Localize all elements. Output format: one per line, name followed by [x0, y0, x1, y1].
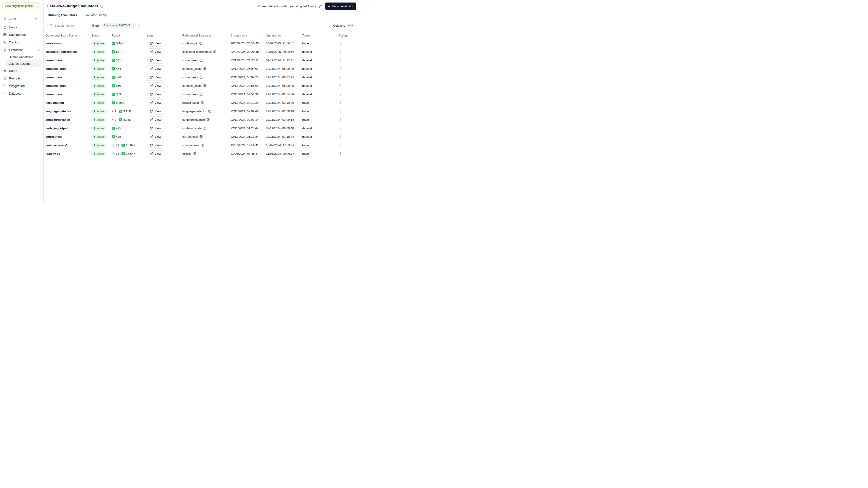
user-circle-icon [213, 50, 217, 54]
row-actions-button[interactable] [339, 134, 343, 139]
tab-running-evaluators[interactable]: Running Evaluators [47, 11, 78, 19]
result-error-badge: ×3 [112, 118, 117, 122]
row-actions-button[interactable] [339, 75, 343, 80]
clear-filters-button[interactable] [136, 23, 142, 28]
updated-at-value: 26/02/2025, 21:50:45 [266, 41, 302, 45]
view-logs-button[interactable]: View [147, 48, 164, 55]
view-logs-button[interactable]: View [147, 57, 164, 64]
result-cell: ×3✓8.94K [112, 118, 147, 122]
check-icon: ✓ [112, 42, 115, 45]
row-actions-button[interactable] [339, 58, 343, 63]
status-label: active [97, 76, 104, 79]
columns-button[interactable]: Columns 9/11 [331, 22, 356, 29]
external-link-icon [150, 50, 153, 53]
row-actions-button[interactable] [339, 108, 343, 114]
view-logs-button[interactable]: View [147, 125, 164, 132]
column-header-logs[interactable]: Logs [147, 34, 182, 37]
filter-chip: Status any of ACTIVE [101, 23, 132, 28]
row-actions-button[interactable] [339, 92, 343, 97]
column-header-referenced-evaluator[interactable]: Referenced Evaluator [182, 34, 230, 37]
result-cell: ×1✓9.15K [112, 109, 147, 113]
row-actions-button[interactable] [339, 126, 343, 131]
view-logs-button[interactable]: View [147, 150, 164, 157]
target-value: dataset [302, 75, 339, 79]
column-header-status[interactable]: Status [91, 34, 112, 37]
demo-project-link[interactable]: demo project [18, 4, 33, 7]
view-logs-button[interactable]: View [147, 142, 164, 149]
sidebar-item-home[interactable]: Home [2, 24, 41, 31]
target-value: dataset [302, 84, 339, 88]
result-count: 23 [116, 152, 119, 155]
row-actions-button[interactable] [339, 151, 343, 156]
row-actions-button[interactable] [339, 83, 343, 88]
status-label: active [97, 59, 104, 62]
updated-at-value: 22/11/2024, 01:18:34 [266, 135, 302, 138]
row-actions-button[interactable] [339, 41, 343, 46]
row-actions-button[interactable] [339, 100, 343, 105]
sidebar-item-datasets[interactable]: Datasets [2, 90, 41, 97]
row-actions-button[interactable] [339, 117, 343, 122]
sidebar-item-prompts[interactable]: Prompts [2, 75, 41, 82]
column-header-result[interactable]: Result [112, 34, 147, 37]
column-header-target[interactable]: Target [302, 34, 339, 37]
tab-bar: Running Evaluators Evaluator Library [43, 11, 360, 19]
external-link-icon [150, 101, 153, 104]
row-actions-button[interactable] [339, 66, 343, 71]
table-row[interactable]: conciseness-v1 active 23✓16.62K View con… [45, 141, 360, 150]
column-header-created-at[interactable]: Created At▼ [230, 34, 266, 37]
sidebar-item-tracing[interactable]: Tracing [2, 39, 41, 46]
kebab-menu-icon [339, 75, 342, 79]
sidebar-item-playground[interactable]: Playground [2, 82, 41, 90]
info-icon[interactable] [100, 5, 103, 8]
goto-button[interactable]: Go to... ⌘ K [2, 16, 41, 22]
view-logs-button[interactable]: View [147, 83, 164, 89]
table-row[interactable]: code_in_output active ✓425 View contains… [45, 124, 360, 132]
table-row[interactable]: correctness active ✓369 View correctness… [45, 90, 360, 98]
table-row[interactable]: hallucination active ✓9.26K View halluci… [45, 98, 360, 107]
table-row[interactable]: correctness active ✓425 View correctness… [45, 132, 360, 141]
view-logs-button[interactable]: View [147, 133, 164, 140]
result-pending-badge: 23 [112, 143, 119, 147]
view-logs-button[interactable]: View [147, 74, 164, 80]
sidebar-item-evaluation[interactable]: Evaluation [2, 46, 41, 54]
view-only-banner: View-onlydemo project [2, 2, 41, 10]
target-value: dataset [302, 59, 339, 62]
sidebar-item-human-annotation[interactable]: Human Annotation [6, 54, 41, 60]
tab-evaluator-library[interactable]: Evaluator Library [83, 11, 107, 19]
result-error-badge: ×1 [112, 109, 117, 113]
setup-evaluator-button[interactable]: + Set up evaluator [325, 2, 356, 10]
referenced-evaluator-name: contains-pii [182, 41, 197, 45]
referenced-evaluator-name: hallucination [182, 101, 199, 104]
table-row[interactable]: contextrelevance active ×3✓8.94K View co… [45, 116, 360, 124]
view-logs-button[interactable]: View [147, 108, 164, 115]
table-row[interactable]: correctness active ✓341 View correctness… [45, 56, 360, 65]
view-logs-button[interactable]: View [147, 117, 164, 123]
search-input[interactable] [47, 22, 86, 29]
view-label: View [155, 118, 161, 122]
row-actions-button[interactable] [339, 142, 343, 148]
status-badge: active [91, 152, 106, 156]
edit-model-button[interactable] [318, 4, 323, 8]
table-row[interactable]: language-detector active ×1✓9.15K View l… [45, 107, 360, 116]
table-row[interactable]: contains_code active ✓369 View contains_… [45, 82, 360, 90]
table-row[interactable]: calculator-correctness active ✓67 View c… [45, 47, 360, 56]
row-actions-button[interactable] [339, 49, 343, 55]
user-circle-icon [200, 101, 204, 104]
table-row[interactable]: toxicity-v2 active 23✓17.64K View toxici… [45, 150, 360, 158]
view-logs-button[interactable]: View [147, 65, 164, 72]
sidebar-item-llm-as-a-judge[interactable]: LLM-as-a-Judge [6, 60, 41, 67]
table-row[interactable]: contains-pii active ✓5.44K View contains… [45, 39, 360, 47]
column-header-updated-at[interactable]: Updated At [266, 34, 302, 37]
table-row[interactable]: correctness active ✓460 View correctness… [45, 73, 360, 82]
column-header-generated-score-name[interactable]: Generated Score Name [45, 34, 91, 37]
view-logs-button[interactable]: View [147, 91, 164, 98]
table-row[interactable]: contains_code active ✓464 View contains_… [45, 65, 360, 73]
view-logs-button[interactable]: View [147, 40, 164, 46]
score-name: correctness [45, 59, 62, 62]
filters-button[interactable]: Filters Status any of ACTIVE [89, 22, 134, 29]
referenced-evaluator-name: correctness [182, 93, 198, 96]
status-dot-icon [94, 60, 95, 61]
view-logs-button[interactable]: View [147, 99, 164, 106]
sidebar-item-dashboards[interactable]: Dashboards [2, 31, 41, 39]
sidebar-item-users[interactable]: Users [2, 67, 41, 75]
